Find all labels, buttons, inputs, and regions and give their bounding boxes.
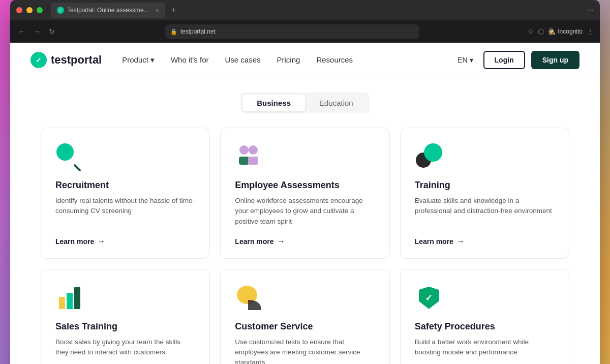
card-training: Training Evaluate skills and knowledge i… [400,128,569,259]
tab-title: Testportal: Online assessme... [67,7,149,14]
tab-business-label: Business [257,99,291,107]
close-dot[interactable] [16,7,22,13]
employee-icon-svg [236,145,262,168]
sales-training-desc: Boost sales by giving your team the skil… [55,337,195,364]
forward-button[interactable]: → [32,25,43,38]
menu-icon[interactable]: ⋮ [587,27,594,36]
sales-training-title: Sales Training [55,321,195,332]
nav-links: Product ▾ Who it's for Use cases Pricing… [122,55,453,65]
browser-window: ✓ Testportal: Online assessme... ✕ + ⋯ ←… [10,0,600,364]
customer-service-desc: Use customized tests to ensure that empl… [235,337,375,364]
recruitment-icon [55,142,84,171]
employee-assessments-learn-more-label: Learn more [235,237,273,246]
product-chevron-icon: ▾ [150,55,155,65]
nav-product[interactable]: Product ▾ [122,55,155,65]
language-label: EN [458,56,467,64]
browser-titlebar: ✓ Testportal: Online assessme... ✕ + ⋯ [10,0,600,20]
card-recruitment: Recruitment Identify real talents withou… [41,128,210,259]
card-safety-procedures: ✓ Safety Procedures Build a better work … [400,269,569,364]
language-selector[interactable]: EN ▾ [453,54,477,66]
bar3-icon [74,287,80,309]
recruitment-learn-more-label: Learn more [55,237,94,246]
nav-use-cases[interactable]: Use cases [225,55,261,64]
category-tabs: Business Education [240,93,369,113]
bar2-icon [67,293,73,309]
training-icon [415,142,443,171]
safety-procedures-title: Safety Procedures [415,321,555,332]
training-desc: Evaluate skills and knowledge in a profe… [415,196,555,227]
employee-assessments-learn-more[interactable]: Learn more → [235,237,375,246]
tab-education-label: Education [319,99,353,107]
card-employee-assessments: Employee Assessments Online workforce as… [220,128,389,259]
card-customer-service: Customer Service Use customized tests to… [220,269,389,364]
bar1-icon [59,297,65,309]
employee-arrow-icon: → [277,237,285,246]
recruitment-arrow-icon: → [97,237,105,246]
safety-check-icon: ✓ [425,292,433,304]
new-tab-button[interactable]: + [171,6,176,15]
incognito-badge: 🕵️ Incognito [548,28,583,35]
incognito-icon: 🕵️ [548,28,556,35]
address-bar[interactable]: 🔒 testportal.net [165,24,419,39]
svg-rect-2 [239,157,249,165]
safety-procedures-desc: Build a better work environment while bo… [415,337,555,364]
tab-close-button[interactable]: ✕ [155,8,159,13]
training-title: Training [415,180,555,191]
nav-actions: EN ▾ Login Sign up [453,51,580,69]
search-handle-icon [73,164,81,172]
bookmark-icon[interactable]: ☆ [527,27,534,36]
nav-resources-label: Resources [316,55,353,64]
login-button[interactable]: Login [483,51,525,69]
browser-tab[interactable]: ✓ Testportal: Online assessme... ✕ [51,3,165,18]
tab-education[interactable]: Education [305,95,368,111]
reload-button[interactable]: ↻ [47,25,57,38]
search-circle-icon [56,143,74,161]
window-controls: ⋯ [588,7,594,14]
nav-use-cases-label: Use cases [225,55,261,64]
safety-procedures-icon: ✓ [415,284,443,312]
employee-assessments-title: Employee Assessments [235,180,375,191]
favicon: ✓ [57,7,64,14]
tabs-container: Business Education [41,93,569,113]
tab-business[interactable]: Business [242,95,305,111]
back-button[interactable]: ← [16,25,27,38]
customer-service-title: Customer Service [235,321,375,332]
cards-grid: Recruitment Identify real talents withou… [41,128,569,364]
main-content: Business Education [10,77,600,364]
nav-who-label: Who it's for [171,55,209,64]
training-learn-more[interactable]: Learn more → [415,237,555,246]
training-green-circle-icon [424,143,442,162]
training-arrow-icon: → [456,237,465,246]
logo-text: testportal [51,53,102,67]
nav-resources[interactable]: Resources [316,55,353,64]
svg-point-1 [249,145,258,155]
minimize-dot[interactable] [26,7,33,13]
maximize-dot[interactable] [37,7,43,13]
recruitment-desc: Identify real talents without the hassle… [55,196,195,227]
employee-assessments-desc: Online workforce assessments encourage y… [235,196,375,227]
nav-pricing[interactable]: Pricing [277,55,300,64]
toolbar-right: ☆ ⬡ 🕵️ Incognito ⋮ [527,27,594,36]
customer-service-icon [235,284,263,312]
logo[interactable]: ✓ testportal [30,52,102,68]
nav-who-its-for[interactable]: Who it's for [171,55,209,64]
extensions-icon[interactable]: ⬡ [538,27,544,36]
page-content: ✓ testportal Product ▾ Who it's for Use … [10,43,600,364]
svg-point-0 [239,145,249,155]
url-text: testportal.net [180,28,216,35]
incognito-label: Incognito [558,28,583,35]
recruitment-title: Recruitment [55,180,195,191]
nav-pricing-label: Pricing [277,55,300,64]
employee-assessments-icon [235,142,263,171]
lang-chevron-icon: ▾ [470,56,473,64]
training-learn-more-label: Learn more [415,237,453,246]
logo-icon: ✓ [30,52,47,68]
browser-toolbar: ← → ↻ 🔒 testportal.net ☆ ⬡ 🕵️ Incognito … [10,20,600,43]
nav-product-label: Product [122,55,148,64]
main-nav: ✓ testportal Product ▾ Who it's for Use … [10,43,600,77]
sales-training-icon [55,284,84,312]
recruitment-learn-more[interactable]: Learn more → [55,237,195,246]
signup-button[interactable]: Sign up [531,51,580,69]
lock-icon: 🔒 [170,28,177,35]
customer-icon-svg [237,286,261,310]
